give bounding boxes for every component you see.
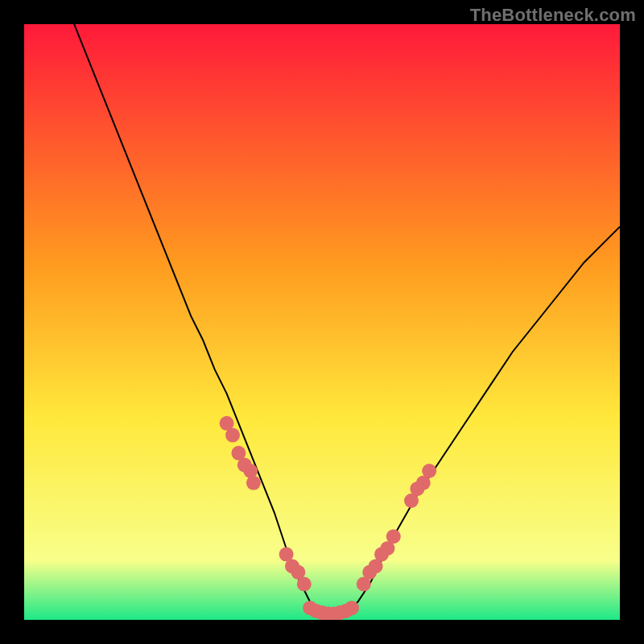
bottleneck-chart (24, 24, 620, 620)
watermark-label: TheBottleneck.com (470, 5, 636, 26)
chart-frame (24, 24, 620, 620)
data-point (225, 428, 240, 443)
data-point (386, 529, 401, 543)
data-point (345, 601, 359, 615)
data-point (297, 577, 312, 592)
data-point (422, 464, 436, 478)
chart-background (24, 24, 620, 620)
data-point (246, 476, 261, 490)
